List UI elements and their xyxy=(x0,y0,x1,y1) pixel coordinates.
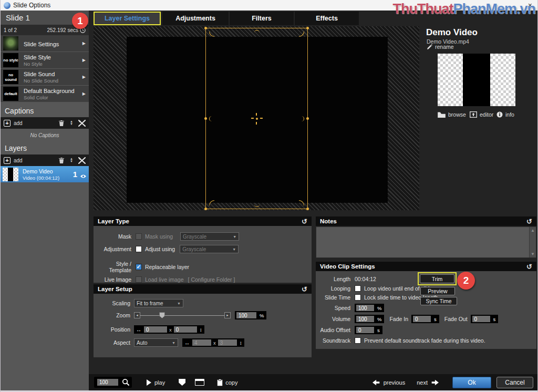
reset-icon[interactable]: ↺ xyxy=(526,263,532,270)
sidebar-item-default-background[interactable]: default Default Background Solid Color ▶ xyxy=(1,86,89,102)
delete-caption-icon[interactable] xyxy=(58,120,65,127)
notes-textarea[interactable]: ▲ ▼ xyxy=(316,226,536,258)
magnifier-icon[interactable] xyxy=(122,378,130,386)
next-button[interactable]: next xyxy=(417,379,439,386)
reset-icon[interactable]: ↺ xyxy=(526,218,532,225)
rename-button[interactable]: rename xyxy=(427,44,454,50)
rotate-handle-icon[interactable] xyxy=(299,200,304,205)
selection-handle[interactable] xyxy=(306,208,309,210)
skew-handle-icon[interactable] xyxy=(299,116,304,121)
preview-canvas[interactable] xyxy=(94,26,419,210)
zoom-slider-thumb[interactable] xyxy=(159,312,165,318)
selection-handle[interactable] xyxy=(204,117,207,120)
arrow-left-icon xyxy=(373,379,381,386)
soundtrack-label: Soundtrack xyxy=(320,337,350,344)
selection-handle[interactable] xyxy=(204,27,207,29)
layer-row-demo-video[interactable]: Demo Video Video (00:04:12) 1 xyxy=(1,166,89,182)
rotate-handle-icon[interactable] xyxy=(209,200,214,205)
vertical-arrows-icon[interactable]: ↕ xyxy=(238,340,244,346)
speed-field[interactable]: 100 xyxy=(356,305,374,311)
tab-filters[interactable]: Filters xyxy=(230,12,294,25)
vertical-arrows-icon[interactable]: ↕ xyxy=(198,327,204,333)
slider-left-icon[interactable]: ◂ xyxy=(134,312,140,318)
skew-handle-icon[interactable] xyxy=(254,30,260,35)
copy-button[interactable]: copy xyxy=(217,379,237,386)
sidebar-item-slide-sound[interactable]: no sound Slide Sound No Slide Sound ▶ xyxy=(1,69,89,85)
shield-button[interactable] xyxy=(179,379,185,386)
add-layer-button[interactable]: + xyxy=(4,157,11,164)
layer-type-body: Mask Mask using Grayscale▼ Adjustment Ad… xyxy=(94,226,312,283)
browse-button[interactable]: browse xyxy=(438,111,466,118)
scaling-dropdown[interactable]: Fit to frame▼ xyxy=(134,299,183,307)
ok-button[interactable]: Ok xyxy=(452,377,491,388)
volume-unit: % xyxy=(375,316,384,322)
layer-selection-box[interactable] xyxy=(205,28,308,209)
adjustment-checkbox[interactable] xyxy=(136,246,142,252)
delete-layer-icon[interactable] xyxy=(58,157,65,164)
selection-handle[interactable] xyxy=(306,27,309,29)
soundtrack-checkbox[interactable] xyxy=(355,337,361,344)
reset-icon[interactable]: ↺ xyxy=(302,286,307,293)
cancel-button[interactable]: Cancel xyxy=(496,377,533,388)
rotate-handle-icon[interactable] xyxy=(299,32,304,37)
preview-button[interactable]: Preview xyxy=(420,287,455,295)
close-icon[interactable]: × xyxy=(528,1,532,10)
sidebar-item-slide-style[interactable]: no style Slide Style No Style ▶ xyxy=(1,52,89,68)
adjustment-label: Adjustment xyxy=(99,246,131,252)
slide-time-checkbox[interactable] xyxy=(355,294,361,301)
chevron-right-icon: ▶ xyxy=(82,41,86,46)
trim-button[interactable]: Trim xyxy=(420,274,454,283)
scroll-up-icon[interactable]: ▲ xyxy=(531,228,535,233)
slide-style-thumb: no style xyxy=(3,53,18,67)
caption-tools-icon[interactable] xyxy=(78,120,86,127)
reset-icon[interactable]: ↺ xyxy=(302,218,307,225)
editor-button[interactable]: editor xyxy=(470,111,493,118)
sort-captions-icon[interactable]: ▲▼ xyxy=(70,120,73,126)
zoom-value-field[interactable]: 100 xyxy=(236,312,256,318)
x-separator: x xyxy=(168,327,173,333)
sort-layers-icon[interactable]: ▲▼ xyxy=(70,158,73,163)
video-clip-settings-header: Video Clip Settings ↺ xyxy=(316,262,536,271)
skew-handle-icon[interactable] xyxy=(209,116,214,121)
slide-options-window: Slide Options × ThuThuatPhanMem.vn Slide… xyxy=(0,0,538,392)
tab-effects[interactable]: Effects xyxy=(295,12,359,25)
play-button[interactable]: play xyxy=(147,379,165,386)
volume-field[interactable]: 100 xyxy=(356,316,374,322)
position-y-field[interactable]: 0 xyxy=(174,326,197,333)
previous-button[interactable]: previous xyxy=(373,379,406,386)
looping-checkbox[interactable] xyxy=(355,285,361,292)
adjust-using-label: Adjust using xyxy=(145,246,175,252)
audio-offset-field[interactable]: 0 xyxy=(356,327,374,333)
horizontal-arrows-icon: ↔ xyxy=(134,327,143,333)
fade-out-field[interactable]: 0 xyxy=(472,316,490,322)
info-button[interactable]: info xyxy=(496,111,514,118)
fade-in-field[interactable]: 0 xyxy=(413,316,431,322)
sidebar-item-slide-settings[interactable]: Slide Settings ▶ xyxy=(1,35,89,51)
tab-adjustments[interactable]: Adjustments xyxy=(162,12,229,25)
selection-handle[interactable] xyxy=(204,208,207,210)
chevron-right-icon: ▶ xyxy=(82,91,86,96)
tab-layer-settings[interactable]: Layer Settings xyxy=(94,12,161,25)
skew-handle-icon[interactable] xyxy=(254,202,260,207)
preview-zoom-field[interactable]: 100 xyxy=(97,379,118,386)
speed-unit: % xyxy=(375,305,384,311)
selection-handle[interactable] xyxy=(306,117,309,120)
slider-right-icon[interactable]: ▸ xyxy=(224,312,231,318)
notes-header: Notes ↺ xyxy=(316,216,536,226)
notes-scrollbar[interactable]: ▲ ▼ xyxy=(529,227,536,257)
x-separator: x xyxy=(212,340,217,346)
zoom-slider[interactable] xyxy=(140,315,224,316)
eye-icon[interactable] xyxy=(80,171,87,181)
rotate-handle-icon[interactable] xyxy=(209,32,214,37)
add-caption-button[interactable]: + xyxy=(4,120,11,127)
fullscreen-button[interactable] xyxy=(195,379,204,386)
fade-out-label: Fade Out xyxy=(444,316,468,322)
sync-time-button[interactable]: Sync Time xyxy=(420,297,457,305)
replaceable-checkbox[interactable]: ✓ xyxy=(136,264,142,270)
editor-icon xyxy=(470,111,477,118)
position-x-field[interactable]: 0 xyxy=(144,326,167,333)
aspect-dropdown[interactable]: Auto▼ xyxy=(134,338,178,347)
layer-tools-icon[interactable] xyxy=(78,157,86,164)
center-crosshair-icon[interactable] xyxy=(251,113,263,125)
scroll-down-icon[interactable]: ▼ xyxy=(531,252,535,256)
